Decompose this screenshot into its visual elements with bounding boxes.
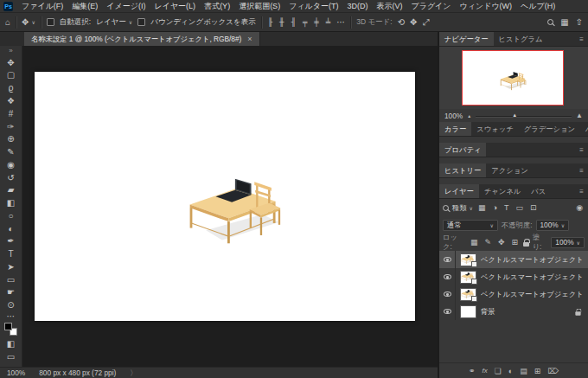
color-swatches[interactable] xyxy=(4,323,17,336)
layer-effects-icon[interactable]: fx xyxy=(483,367,488,375)
navigator-zoom-value[interactable]: 100% xyxy=(444,112,463,120)
align-left-icon[interactable]: ╟ xyxy=(267,18,273,27)
link-layers-icon[interactable]: ⚭ xyxy=(469,367,476,375)
menu-image[interactable]: イメージ(I) xyxy=(102,1,150,12)
delete-layer-icon[interactable]: ⌦ xyxy=(547,367,559,375)
tab-navigator[interactable]: ナビゲーター xyxy=(439,32,494,46)
visibility-cell[interactable] xyxy=(439,251,456,268)
menu-file[interactable]: ファイル(F) xyxy=(17,1,67,12)
align-middle-icon[interactable]: ╪ xyxy=(313,18,319,27)
more-options-icon[interactable]: ⋯ xyxy=(336,17,345,27)
quick-selection-tool-icon[interactable]: ❖ xyxy=(2,94,21,107)
zoom-out-icon[interactable]: ▲ xyxy=(467,113,471,119)
tab-swatches[interactable]: スウォッチ xyxy=(471,122,518,136)
lock-artboard-icon[interactable]: ⊞ xyxy=(510,238,521,247)
marquee-tool-icon[interactable]: ▢ xyxy=(2,69,21,82)
lasso-tool-icon[interactable]: ϱ xyxy=(2,81,21,94)
tab-patterns[interactable]: パターン xyxy=(580,122,588,136)
zoom-in-icon[interactable]: ▲ xyxy=(576,112,583,119)
layer-row[interactable]: ベクトルスマートオブジェクト xyxy=(439,285,588,303)
menu-layer[interactable]: レイヤー(L) xyxy=(150,1,200,12)
menu-3d[interactable]: 3D(D) xyxy=(342,2,372,10)
layer-thumbnail[interactable] xyxy=(461,254,476,266)
eye-icon[interactable] xyxy=(444,309,451,314)
shape-tool-icon[interactable]: ▭ xyxy=(2,273,21,286)
menu-window[interactable]: ウィンドウ(W) xyxy=(456,1,517,12)
visibility-cell[interactable] xyxy=(439,268,456,285)
history-brush-tool-icon[interactable]: ↺ xyxy=(2,171,21,184)
move-tool-icon[interactable]: ✥ xyxy=(2,56,21,69)
lock-position-icon[interactable]: ✥ xyxy=(496,238,507,247)
eye-icon[interactable] xyxy=(444,257,451,262)
menu-plugins[interactable]: プラグイン xyxy=(406,1,455,12)
align-bottom-icon[interactable]: ╧ xyxy=(325,18,331,27)
tab-actions[interactable]: アクション xyxy=(486,163,533,177)
auto-select-dropdown[interactable]: レイヤー ∨ xyxy=(96,17,132,28)
canvas-area[interactable] xyxy=(22,46,438,367)
new-layer-icon[interactable]: ⊞ xyxy=(534,367,541,375)
filter-shape-layers-icon[interactable]: ▭ xyxy=(514,203,525,212)
lock-all-icon[interactable] xyxy=(523,242,529,247)
close-icon[interactable]: × xyxy=(247,35,252,43)
share-icon[interactable]: ⇧ xyxy=(576,17,583,27)
layer-name[interactable]: ベクトルスマートオブジェクト xyxy=(481,255,584,265)
eraser-tool-icon[interactable]: ▰ xyxy=(2,183,21,196)
tab-properties[interactable]: プロパティ xyxy=(439,143,486,157)
layer-name[interactable]: ベクトルスマートオブジェクト xyxy=(481,272,584,282)
lock-image-pixels-icon[interactable]: ✎ xyxy=(483,238,493,247)
path-selection-tool-icon[interactable]: ➤ xyxy=(2,260,21,273)
zoom-slider-thumb[interactable]: ▲ xyxy=(512,112,517,118)
layer-thumbnail[interactable] xyxy=(461,289,476,300)
clone-stamp-tool-icon[interactable]: ◉ xyxy=(2,158,21,171)
menu-type[interactable]: 書式(Y) xyxy=(200,1,234,12)
align-top-icon[interactable]: ╤ xyxy=(302,18,308,27)
3d-pan-icon[interactable]: ✥ xyxy=(410,17,417,27)
filter-smart-object-icon[interactable]: ⊡ xyxy=(528,203,539,212)
tab-color[interactable]: カラー xyxy=(439,122,471,136)
screen-mode-icon[interactable]: ▭ xyxy=(2,351,21,362)
tab-histogram[interactable]: ヒストグラム xyxy=(494,32,548,46)
gradient-tool-icon[interactable]: ◧ xyxy=(2,196,21,209)
eyedropper-tool-icon[interactable]: ✑ xyxy=(2,120,21,133)
foreground-color-swatch[interactable] xyxy=(4,323,12,330)
zoom-tool-icon[interactable]: ⊙ xyxy=(2,298,21,311)
navigator-zoom-slider[interactable]: ▲ xyxy=(476,112,572,120)
tab-layers[interactable]: レイヤー xyxy=(439,184,479,198)
type-tool-icon[interactable]: T xyxy=(2,247,21,260)
quick-mask-icon[interactable]: ◧ xyxy=(2,338,21,349)
tab-history[interactable]: ヒストリー xyxy=(439,163,486,177)
home-icon[interactable]: ⌂ xyxy=(5,17,10,27)
blend-mode-dropdown[interactable]: 通常 ∨ xyxy=(443,220,498,231)
panel-menu-icon[interactable]: ≡ xyxy=(575,32,588,46)
opacity-dropdown[interactable]: 100% ∨ xyxy=(536,220,570,231)
search-icon[interactable] xyxy=(547,19,553,25)
panel-menu-icon[interactable]: ≡ xyxy=(575,163,588,177)
tab-paths[interactable]: パス xyxy=(526,184,551,198)
visibility-cell[interactable] xyxy=(439,303,456,320)
layer-name[interactable]: 背景 xyxy=(481,307,495,317)
menu-edit[interactable]: 編集(E) xyxy=(67,1,102,12)
3d-rotate-icon[interactable]: ⟲ xyxy=(398,17,405,27)
layer-row-background[interactable]: 背景 xyxy=(439,303,588,320)
menu-view[interactable]: 表示(V) xyxy=(372,1,406,12)
layer-name[interactable]: ベクトルスマートオブジェクト xyxy=(481,290,584,299)
eye-icon[interactable] xyxy=(444,274,451,279)
adjustment-layer-icon[interactable]: ◐ xyxy=(508,367,513,375)
edit-toolbar-icon[interactable]: ⋯ xyxy=(2,311,21,320)
layer-mask-icon[interactable]: ❏ xyxy=(495,367,502,375)
menu-help[interactable]: ヘルプ(H) xyxy=(516,1,559,12)
layer-row[interactable]: ベクトルスマートオブジェクト xyxy=(439,251,588,268)
tab-gradients[interactable]: グラデーション xyxy=(519,122,580,136)
fill-dropdown[interactable]: 100% ∨ xyxy=(551,237,585,248)
filter-adjustment-layers-icon[interactable]: ◑ xyxy=(491,203,499,212)
status-zoom-level[interactable]: 100% xyxy=(7,368,25,377)
crop-tool-icon[interactable]: # xyxy=(2,107,21,120)
artboard[interactable] xyxy=(35,72,415,321)
healing-brush-tool-icon[interactable]: ⊕ xyxy=(2,132,21,145)
toolbar-collapse-icon[interactable]: » xyxy=(9,47,12,56)
layer-filter-type-dropdown[interactable]: 種類 ∨ xyxy=(452,203,473,213)
menu-filter[interactable]: フィルター(T) xyxy=(284,1,342,12)
menu-select[interactable]: 選択範囲(S) xyxy=(234,1,284,12)
panel-menu-icon[interactable]: ≡ xyxy=(575,184,588,198)
navigator-proxy-view[interactable] xyxy=(462,50,564,106)
